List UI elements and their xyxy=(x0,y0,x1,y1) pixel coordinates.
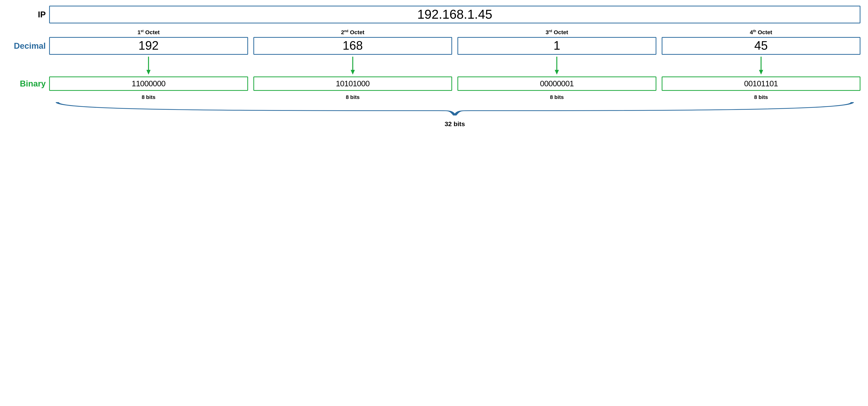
octet-word: Octet xyxy=(350,29,365,35)
bits-col: 8 bits xyxy=(662,93,861,100)
spacer xyxy=(7,29,49,37)
binary-col: 00000001 xyxy=(458,76,656,91)
octet-word: Octet xyxy=(554,29,568,35)
svg-marker-5 xyxy=(555,70,559,75)
octet-titles: 1st Octet 2nd Octet 3rd Octet 4th Octet xyxy=(49,29,861,37)
bits-row: 8 bits 8 bits 8 bits 8 bits xyxy=(7,93,861,100)
bits-col: 8 bits xyxy=(253,93,452,100)
bits-label: 8 bits xyxy=(550,94,564,100)
binary-box: 00000001 xyxy=(458,76,656,91)
octet-title: 4th Octet xyxy=(750,29,772,35)
octet-word: Octet xyxy=(145,29,160,35)
arrow-down-icon xyxy=(146,57,151,75)
binary-label: Binary xyxy=(7,79,49,89)
total-bits-label: 32 bits xyxy=(49,120,861,128)
ip-address-box: 192.168.1.45 xyxy=(49,6,861,24)
octet-title: 1st Octet xyxy=(137,29,160,35)
decimal-label: Decimal xyxy=(7,41,49,50)
octet-suffix: th xyxy=(753,29,756,33)
octet-title-col: 4th Octet xyxy=(662,29,861,37)
octet-ordinal: 3 xyxy=(546,29,549,35)
decimal-col: 1 xyxy=(458,37,656,55)
arrow-cell xyxy=(49,57,248,75)
arrow-row xyxy=(7,57,861,75)
total-brace: 32 bits xyxy=(49,100,861,128)
arrow-cell xyxy=(253,57,452,75)
binary-col: 11000000 xyxy=(49,76,248,91)
bits-label: 8 bits xyxy=(346,94,360,100)
bits-col: 8 bits xyxy=(458,93,656,100)
decimal-box: 45 xyxy=(662,37,861,55)
binary-col: 00101101 xyxy=(662,76,861,91)
octet-word: Octet xyxy=(758,29,772,35)
decimal-box: 168 xyxy=(253,37,452,55)
octet-suffix: nd xyxy=(344,29,348,33)
arrows xyxy=(49,57,861,75)
bits-col: 8 bits xyxy=(49,93,248,100)
svg-marker-7 xyxy=(759,70,763,75)
arrow-down-icon xyxy=(350,57,355,75)
ip-label: IP xyxy=(7,10,49,19)
octet-title-col: 3rd Octet xyxy=(458,29,656,37)
bits-label: 8 bits xyxy=(754,94,768,100)
decimal-col: 45 xyxy=(662,37,861,55)
arrow-down-icon xyxy=(554,57,560,75)
octet-title-col: 2nd Octet xyxy=(253,29,452,37)
svg-marker-3 xyxy=(351,70,355,75)
decimal-boxes: 192 168 1 45 xyxy=(49,37,861,55)
octet-ordinal: 1 xyxy=(137,29,141,35)
svg-marker-1 xyxy=(147,70,151,75)
binary-box: 00101101 xyxy=(662,76,861,91)
decimal-row: Decimal 192 168 1 45 xyxy=(7,37,861,55)
binary-box: 11000000 xyxy=(49,76,248,91)
decimal-box: 1 xyxy=(458,37,656,55)
octet-ordinal: 4 xyxy=(750,29,753,35)
octet-title: 3rd Octet xyxy=(546,29,568,35)
octet-titles-row: 1st Octet 2nd Octet 3rd Octet 4th Octet xyxy=(7,29,861,37)
octet-title-col: 1st Octet xyxy=(49,29,248,37)
octet-title: 2nd Octet xyxy=(341,29,365,35)
brace-icon xyxy=(49,100,861,119)
decimal-col: 168 xyxy=(253,37,452,55)
binary-row: Binary 11000000 10101000 00000001 001011… xyxy=(7,76,861,91)
decimal-box: 192 xyxy=(49,37,248,55)
arrow-down-icon xyxy=(758,57,764,75)
binary-col: 10101000 xyxy=(253,76,452,91)
octet-ordinal: 2 xyxy=(341,29,344,35)
bits-label: 8 bits xyxy=(142,94,155,100)
binary-boxes: 11000000 10101000 00000001 00101101 xyxy=(49,76,861,91)
octet-suffix: rd xyxy=(549,29,552,33)
ip-row: IP 192.168.1.45 xyxy=(7,6,861,24)
decimal-col: 192 xyxy=(49,37,248,55)
octet-suffix: st xyxy=(141,29,144,33)
arrow-cell xyxy=(458,57,656,75)
binary-box: 10101000 xyxy=(253,76,452,91)
bits-labels: 8 bits 8 bits 8 bits 8 bits xyxy=(49,93,861,100)
arrow-cell xyxy=(662,57,861,75)
